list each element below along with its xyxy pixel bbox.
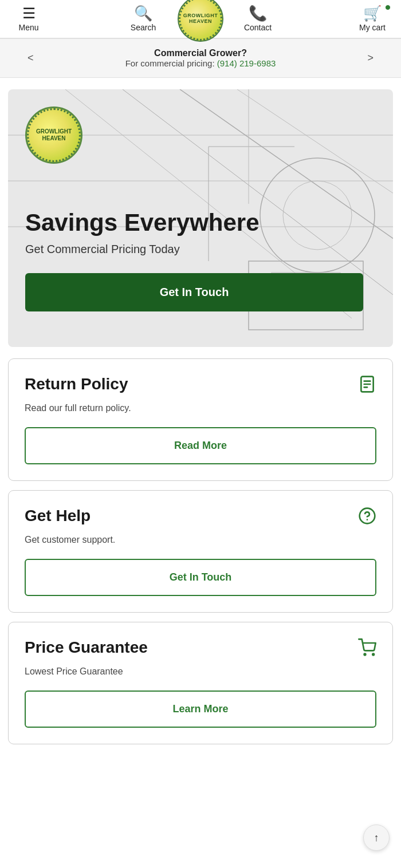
hero-logo: GROWLIGHT HEAVEN bbox=[25, 106, 82, 164]
return-policy-title: Return Policy bbox=[25, 375, 128, 393]
banner-prev-arrow[interactable]: < bbox=[23, 52, 38, 64]
price-guarantee-title: Price Guarantee bbox=[25, 638, 148, 657]
learn-more-button[interactable]: Learn More bbox=[25, 691, 376, 728]
get-help-desc: Get customer support. bbox=[25, 535, 376, 545]
cart-badge-dot bbox=[385, 5, 391, 10]
get-help-title: Get Help bbox=[25, 507, 91, 525]
banner-title: Commercial Grower? bbox=[38, 48, 363, 58]
search-label: Search bbox=[131, 23, 156, 32]
help-circle-icon bbox=[358, 507, 376, 529]
return-policy-header: Return Policy bbox=[25, 375, 376, 397]
read-more-button[interactable]: Read More bbox=[25, 427, 376, 464]
hero-cta-button[interactable]: Get In Touch bbox=[25, 273, 363, 311]
contact-label: Contact bbox=[244, 23, 272, 32]
svg-point-21 bbox=[372, 654, 374, 656]
logo[interactable]: GROWLIGHT HEAVEN bbox=[178, 0, 223, 42]
menu-icon: ☰ bbox=[22, 6, 36, 21]
price-guarantee-desc: Lowest Price Guarantee bbox=[25, 666, 376, 677]
hero-subtitle: Get Commercial Pricing Today bbox=[25, 243, 376, 256]
cart-icon: 🛒 bbox=[363, 6, 382, 21]
contact-button[interactable]: 📞 Contact bbox=[241, 6, 275, 32]
get-help-header: Get Help bbox=[25, 507, 376, 529]
banner-phone[interactable]: (914) 219-6983 bbox=[217, 58, 276, 68]
header: ☰ Menu 🔍 Search GROWLIGHT HEAVEN 📞 Conta… bbox=[0, 0, 401, 39]
cart-label: My cart bbox=[359, 23, 386, 32]
menu-button[interactable]: ☰ Menu bbox=[11, 6, 46, 32]
return-policy-card: Return Policy Read our full return polic… bbox=[8, 358, 393, 481]
price-guarantee-card: Price Guarantee Lowest Price Guarantee L… bbox=[8, 622, 393, 744]
hero-section: GROWLIGHT HEAVEN Savings Everywhere Get … bbox=[8, 89, 393, 347]
get-help-cta-button[interactable]: Get In Touch bbox=[25, 559, 376, 596]
menu-label: Menu bbox=[18, 23, 38, 32]
return-policy-desc: Read our full return policy. bbox=[25, 403, 376, 413]
document-icon bbox=[358, 375, 376, 397]
hero-title: Savings Everywhere bbox=[25, 210, 376, 236]
banner-subtitle: For commercial pricing: (914) 219-6983 bbox=[38, 58, 363, 68]
search-button[interactable]: 🔍 Search bbox=[126, 6, 160, 32]
scroll-top-icon: ↑ bbox=[374, 832, 379, 844]
hero-content: GROWLIGHT HEAVEN Savings Everywhere Get … bbox=[8, 89, 393, 334]
price-guarantee-header: Price Guarantee bbox=[25, 638, 376, 661]
logo-circle: GROWLIGHT HEAVEN bbox=[178, 0, 223, 42]
search-icon: 🔍 bbox=[134, 6, 152, 21]
contact-icon: 📞 bbox=[249, 6, 267, 21]
scroll-to-top-button[interactable]: ↑ bbox=[363, 824, 390, 851]
promo-banner: < Commercial Grower? For commercial pric… bbox=[0, 39, 401, 78]
banner-content: Commercial Grower? For commercial pricin… bbox=[38, 48, 363, 68]
banner-next-arrow[interactable]: > bbox=[363, 52, 378, 64]
svg-point-20 bbox=[364, 654, 366, 656]
get-help-card: Get Help Get customer support. Get In To… bbox=[8, 490, 393, 613]
cart-button[interactable]: 🛒 My cart bbox=[355, 6, 390, 32]
cart-guarantee-icon bbox=[358, 638, 376, 661]
